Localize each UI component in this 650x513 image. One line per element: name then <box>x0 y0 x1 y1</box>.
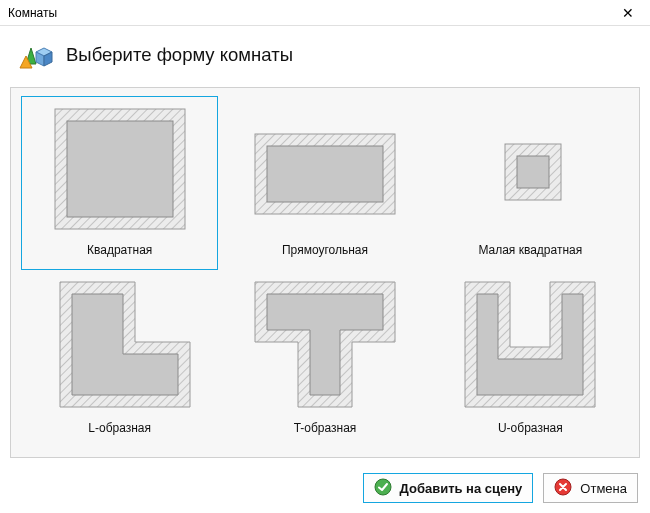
shape-thumb-l <box>30 277 210 417</box>
shape-label: Малая квадратная <box>478 243 582 257</box>
close-icon[interactable]: ✕ <box>614 3 642 23</box>
shape-option-square[interactable]: Квадратная <box>21 96 218 270</box>
shape-label: Квадратная <box>87 243 152 257</box>
svg-rect-12 <box>517 156 549 188</box>
add-to-scene-button[interactable]: Добавить на сцену <box>363 473 534 503</box>
shape-thumb-rect <box>235 99 415 239</box>
shape-option-u[interactable]: U-образная <box>432 274 629 448</box>
shape-thumb-u <box>440 277 620 417</box>
shape-label: T-образная <box>294 421 357 435</box>
shape-option-l[interactable]: L-образная <box>21 274 218 448</box>
shape-label: L-образная <box>88 421 151 435</box>
shape-thumb-t <box>235 277 415 417</box>
shape-option-rect[interactable]: Прямоугольная <box>226 96 423 270</box>
shape-thumb-small-square <box>440 99 620 239</box>
dialog-footer: Добавить на сцену Отмена <box>363 473 638 503</box>
shape-option-small-square[interactable]: Малая квадратная <box>432 96 629 270</box>
shape-option-t[interactable]: T-образная <box>226 274 423 448</box>
dialog-title: Выберите форму комнаты <box>66 44 293 66</box>
shape-grid: Квадратная Прямоугольная Малая квадратна… <box>21 96 629 447</box>
titlebar: Комнаты ✕ <box>0 0 650 26</box>
cancel-icon <box>554 478 572 499</box>
add-button-label: Добавить на сцену <box>400 481 523 496</box>
shape-label: Прямоугольная <box>282 243 368 257</box>
window-title: Комнаты <box>8 6 57 20</box>
shape-thumb-square <box>30 99 210 239</box>
svg-rect-8 <box>67 121 173 217</box>
svg-point-13 <box>375 479 391 495</box>
shape-picker: Квадратная Прямоугольная Малая квадратна… <box>10 87 640 458</box>
shape-label: U-образная <box>498 421 563 435</box>
cancel-button-label: Отмена <box>580 481 627 496</box>
dialog-header: Выберите форму комнаты <box>0 26 650 87</box>
app-icon <box>16 34 54 75</box>
check-icon <box>374 478 392 499</box>
svg-rect-10 <box>267 146 383 202</box>
cancel-button[interactable]: Отмена <box>543 473 638 503</box>
